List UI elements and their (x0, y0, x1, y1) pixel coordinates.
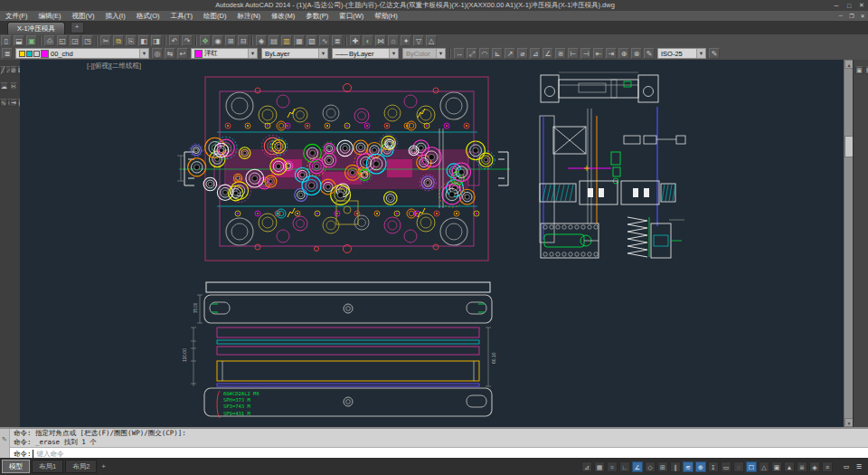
menu-item-11[interactable]: 帮助(H) (369, 12, 402, 21)
spline-icon[interactable]: ∿ (0, 99, 7, 107)
quick-calc-icon[interactable]: ∿ (319, 35, 330, 46)
open-icon[interactable]: ⬓ (14, 35, 24, 46)
center-mark-icon[interactable]: ⊗ (631, 48, 642, 59)
close-icon[interactable]: ✕ (855, 2, 868, 9)
design-center-icon[interactable]: ▤ (269, 35, 279, 46)
export-dwf-icon[interactable]: ◳ (82, 35, 93, 46)
chevron-down-icon[interactable]: ▼ (318, 49, 327, 58)
dim-style-manager-icon[interactable]: ✎ (709, 48, 720, 59)
snap-mode-icon[interactable]: ▦ (594, 461, 605, 472)
vertical-scrollbar[interactable]: ▲ ▼ (844, 60, 853, 427)
menu-item-6[interactable]: 绘图(D) (198, 12, 231, 21)
dim-jogged-icon[interactable]: ⌀ (517, 48, 528, 59)
zoom-previous-icon[interactable]: ⊟ (238, 35, 249, 46)
zoom-realtime-icon[interactable]: ◉ (212, 35, 223, 46)
dim-radius-icon[interactable]: ↗ (505, 48, 515, 59)
refresh-icon[interactable]: ▽ (413, 35, 424, 46)
layer-walk-icon[interactable]: ⋈ (375, 35, 386, 46)
3d-object-snap-icon[interactable]: ⊞ (657, 461, 668, 472)
menu-item-3[interactable]: 插入(I) (100, 12, 131, 21)
workspace-switching-icon[interactable]: ≣ (797, 461, 807, 472)
menu-item-7[interactable]: 标注(N) (232, 12, 266, 21)
dim-diameter-icon[interactable]: ⊿ (530, 48, 541, 59)
doc-close-icon[interactable]: ✕ (857, 13, 868, 19)
doc-minimize-icon[interactable]: ─ (835, 13, 846, 19)
menu-item-8[interactable]: 修改(M) (266, 12, 300, 21)
layer-properties-manager-icon[interactable]: ≣ (2, 48, 13, 59)
plot-icon[interactable]: ⎙ (44, 35, 55, 46)
new-icon[interactable]: ▯ (1, 35, 12, 46)
quick-dimension-icon[interactable]: ≋ (555, 48, 566, 59)
quick-properties-icon[interactable]: ◌ (733, 461, 744, 472)
dim-baseline-icon[interactable]: ⊢ (568, 48, 579, 59)
dim-continue-icon[interactable]: ⊣ (580, 48, 591, 59)
linetype-dropdown[interactable]: ByLayer ▼ (261, 48, 328, 59)
lineweight-display-icon[interactable]: ↧ (708, 461, 719, 472)
lineweight-dropdown[interactable]: —— ByLayer ▼ (332, 48, 399, 59)
help-icon[interactable]: ≣ (332, 35, 343, 46)
viewport-controls[interactable]: [-][俯视][二维线框] (87, 62, 141, 71)
tab-layout1[interactable]: 布局1 (32, 460, 63, 473)
revision-cloud-icon[interactable]: ☁ (0, 82, 8, 90)
ortho-mode-icon[interactable]: ∟ (619, 461, 630, 472)
redo-icon[interactable]: ↷ (182, 35, 193, 46)
publish-icon[interactable]: ◲ (70, 35, 80, 46)
properties-icon[interactable]: ◈ (256, 35, 267, 46)
trim-icon[interactable]: ✂ (10, 82, 17, 90)
toolbar-lock-icon[interactable]: ◈ (809, 461, 820, 472)
menu-item-5[interactable]: 工具(T) (165, 12, 199, 21)
make-object-layer-current-icon[interactable]: ◎ (152, 48, 163, 59)
paste-icon[interactable]: ⎘ (126, 35, 137, 46)
dim-linear-icon[interactable]: ↔ (454, 48, 465, 59)
minimize-icon[interactable]: ─ (830, 3, 843, 9)
polar-tracking-icon[interactable]: ∠ (632, 461, 643, 472)
new-tab-button[interactable]: + (71, 22, 84, 33)
plot-preview-icon[interactable]: ◱ (57, 35, 68, 46)
dim-arc-length-icon[interactable]: ◠ (479, 48, 490, 59)
dynamic-input-icon[interactable]: ⊕ (695, 461, 706, 472)
dynamic-ucs-icon[interactable]: ≋ (683, 461, 693, 472)
tool-palettes-icon[interactable]: ▥ (281, 35, 292, 46)
copy-clip-icon[interactable]: ⧉ (113, 35, 124, 46)
menu-item-9[interactable]: 参数(P) (300, 12, 334, 21)
cut-icon[interactable]: ✂ (100, 35, 111, 46)
object-snap-icon[interactable]: ◇ (645, 461, 656, 472)
new-layout-button[interactable]: + (97, 462, 110, 470)
workspaces-icon[interactable]: ✚ (350, 35, 361, 46)
dim-aligned-icon[interactable]: ⤢ (467, 48, 477, 59)
tray-menu-icon[interactable]: ☰ (854, 461, 864, 472)
layer-previous-icon[interactable]: ↩ (177, 48, 188, 59)
tab-model[interactable]: 模型 (2, 460, 30, 473)
chevron-down-icon[interactable]: ▼ (248, 49, 257, 58)
menu-item-2[interactable]: 视图(V) (67, 12, 100, 21)
match-properties-icon[interactable]: ◧ (138, 35, 149, 46)
menu-item-10[interactable]: 窗口(W) (334, 12, 369, 21)
sheet-set-manager-icon[interactable]: ▦ (294, 35, 305, 46)
menu-item-1[interactable]: 编辑(E) (33, 12, 67, 21)
layer-dropdown[interactable]: 00_chd ▼ (15, 48, 149, 59)
object-snap-tracking-icon[interactable]: ∥ (670, 461, 681, 472)
markup-set-manager-icon[interactable]: ▧ (307, 35, 317, 46)
chevron-down-icon[interactable]: ▼ (389, 49, 398, 58)
dim-update-icon[interactable]: ✎ (644, 48, 655, 59)
extend-icon[interactable]: ⇥ (10, 99, 17, 107)
layer-match-icon[interactable]: ⇆ (165, 48, 175, 59)
clean-screen-icon[interactable]: △ (426, 35, 437, 46)
save-icon[interactable]: ▣ (26, 35, 37, 46)
tolerance-icon[interactable]: ⊕ (618, 48, 629, 59)
annotation-scale-icon[interactable]: ▲ (784, 461, 795, 472)
transparency-icon[interactable]: ▭ (721, 461, 731, 472)
erase-icon[interactable]: ⊘ (10, 66, 17, 74)
infer-constraints-icon[interactable]: ⊿ (581, 461, 592, 472)
undo-icon[interactable]: ↶ (169, 35, 180, 46)
color-dropdown[interactable]: 洋红 ▼ (191, 48, 258, 59)
command-customize-icon[interactable]: ✎ (0, 429, 10, 460)
zoom-window-icon[interactable]: ⊞ (225, 35, 236, 46)
restore-icon[interactable]: □ (843, 3, 855, 9)
view-back-icon[interactable]: ⌂ (388, 35, 399, 46)
tab-layout2[interactable]: 布局2 (65, 460, 97, 473)
grid-display-icon[interactable]: ⌗ (607, 461, 618, 472)
dim-space-icon[interactable]: ⇤ (593, 48, 604, 59)
block-editor-icon[interactable]: ◨ (151, 35, 162, 46)
menu-item-0[interactable]: 文件(F) (0, 12, 33, 21)
